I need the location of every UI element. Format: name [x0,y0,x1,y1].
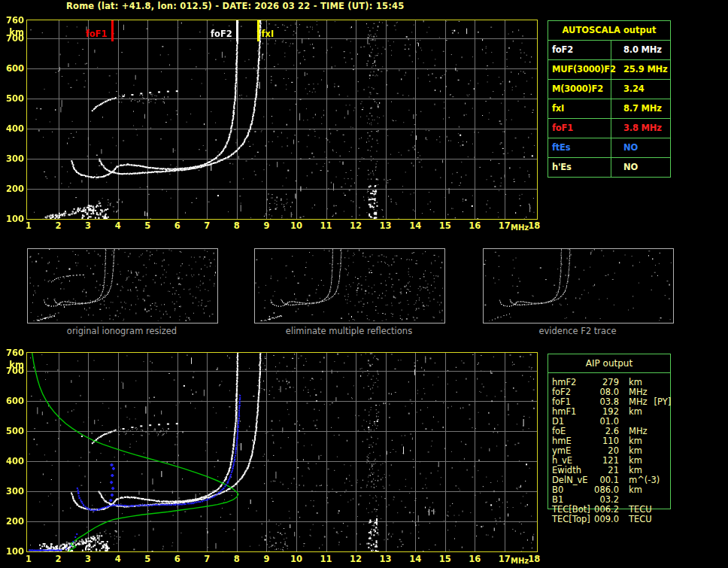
autoscala-row-value: 8.7 MHz [611,99,662,118]
x-tick-label: 7 [197,554,217,564]
aip-table-title: AIP output [548,354,670,373]
aip-row-note: [PY] [654,397,672,407]
aip-row-unit: TECU [629,515,652,524]
autoscala-row-label: h'Es [548,158,611,177]
x-tick-label: 3 [78,220,98,231]
autoscala-table-rows: foF28.0 MHzMUF(3000)F225.9 MHzM(3000)F23… [548,41,670,177]
thumbnail-caption-f2-trace: evidence F2 trace [483,326,672,336]
autoscala-row-foF2: foF28.0 MHz [548,41,670,60]
y-tick-label: 300 [2,153,24,164]
fxi-marker-line [257,20,259,41]
autoscala-row-hEs: h'EsNO [548,158,670,177]
autoscala-row-M3000F2: M(3000)F23.24 [548,80,670,99]
x-tick-label: 11 [317,554,336,564]
thumbnail-f2-trace [483,248,674,323]
x-tick-label: 14 [405,554,425,564]
y-tick-label: 600 [2,63,24,74]
x-tick-label: 16 [465,220,484,231]
thumbnail-caption-original: original ionogram resized [27,326,217,336]
top-ionogram-canvas [27,20,537,219]
x-tick-label: 8 [227,220,247,231]
autoscala-row-value: 3.24 [611,80,645,99]
x-tick-label: 10 [287,554,306,564]
autoscala-row-ftEs: ftEsNO [548,138,670,158]
aip-table-rows: hmF2279kmfoF208.0MHzfoF103.8MHz[PY]hmF11… [548,378,670,524]
fxi-marker-label: fxI [262,29,275,39]
autoscala-row-value: 3.8 MHz [611,119,662,138]
x-tick-label: 13 [376,220,396,231]
autoscala-row-foF1: foF13.8 MHz [548,119,670,138]
y-tick-label: 760 [2,348,24,358]
autoscala-table-title: AUTOSCALA output [548,21,670,41]
autoscala-row-fxI: fxI8.7 MHz [548,99,670,119]
y-tick-label: 400 [2,123,24,134]
x-tick-label: 16 [465,554,484,564]
fof2-marker-label: foF2 [208,29,232,39]
x-tick-label: 3 [78,554,98,564]
aip-row-unit: km [629,485,642,495]
x-tick-label: 5 [138,554,157,564]
y-tick-label: 200 [2,184,24,194]
autoscala-row-label: foF2 [548,41,611,59]
thumbnail-caption-no-multiples: eliminate multiple reflections [254,326,444,336]
x-tick-label: 5 [138,220,157,231]
x-tick-label: 15 [435,554,455,564]
thumbnail-original-ionogram [27,248,218,323]
aip-row-value: 009.0 [593,515,619,524]
top-plot-y-unit-label: km [2,27,24,38]
autoscala-row-value: 8.0 MHz [611,41,662,59]
station-date-time-title: Rome (lat: +41.8, lon: 012.5) - DATE: 20… [66,1,404,11]
autoscala-row-value: NO [611,138,638,157]
bottom-profile-plot [26,352,538,552]
y-tick-label: 500 [2,426,24,436]
thumbnail-original-canvas [28,249,216,321]
x-tick-label: 15 [435,220,455,231]
autoscala-row-value: 25.9 MHz [611,60,668,79]
x-tick-label: 12 [346,220,366,231]
y-tick-label: 500 [2,93,24,104]
x-tick-label: 6 [168,220,187,231]
autoscala-row-label: MUF(3000)F2 [548,60,611,79]
autoscala-row-label: foF1 [548,119,611,138]
top-plot-x-unit-label: MHz [511,223,529,232]
bottom-profile-canvas [27,353,537,551]
x-tick-label: 8 [227,554,247,564]
x-tick-label: 9 [256,554,276,564]
autoscala-row-label: M(3000)F2 [548,80,611,99]
fof1-marker-line [111,20,114,41]
thumbnail-no-multiples-canvas [255,249,443,321]
y-tick-label: 760 [2,15,24,26]
autoscala-row-label: fxI [548,99,611,118]
autoscala-app-window: Rome (lat: +41.8, lon: 012.5) - DATE: 20… [0,0,728,568]
fof1-marker-label: foF1 [83,29,108,39]
autoscala-row-label: ftEs [548,138,611,157]
top-ionogram-plot: foF1foF2fxI [26,20,538,220]
aip-row-unit: km [629,407,642,417]
x-tick-label: 12 [346,554,366,564]
autoscala-output-table: AUTOSCALA output foF28.0 MHzMUF(3000)F22… [548,20,671,178]
aip-row-label: TEC[Top] [548,515,593,524]
x-tick-label: 7 [197,220,217,231]
aip-row-TECTop: TEC[Top]009.0TECU [548,515,670,524]
bottom-plot-x-unit-label: MHz [511,557,529,565]
x-tick-label: 9 [256,220,276,231]
y-tick-label: 600 [2,396,24,406]
x-tick-label: 13 [376,554,396,564]
x-tick-label: 11 [317,220,336,231]
autoscala-row-value: NO [611,158,638,177]
x-tick-label: 10 [287,220,306,231]
y-tick-label: 300 [2,486,24,497]
fof2-marker-line [236,20,238,41]
x-tick-label: 1 [19,554,38,564]
x-tick-label: 1 [19,220,38,231]
x-tick-label: 4 [108,220,128,231]
x-tick-label: 6 [168,554,187,564]
x-tick-label: 2 [49,220,68,231]
x-tick-label: 4 [108,554,128,564]
bottom-plot-y-unit-label: km [2,360,24,370]
thumbnail-f2-trace-canvas [484,249,672,321]
y-tick-label: 200 [2,516,24,527]
aip-output-table: AIP output hmF2279kmfoF208.0MHzfoF103.8M… [548,354,671,509]
autoscala-row-MUF3000F2: MUF(3000)F225.9 MHz [548,60,670,80]
x-tick-label: 14 [405,220,425,231]
